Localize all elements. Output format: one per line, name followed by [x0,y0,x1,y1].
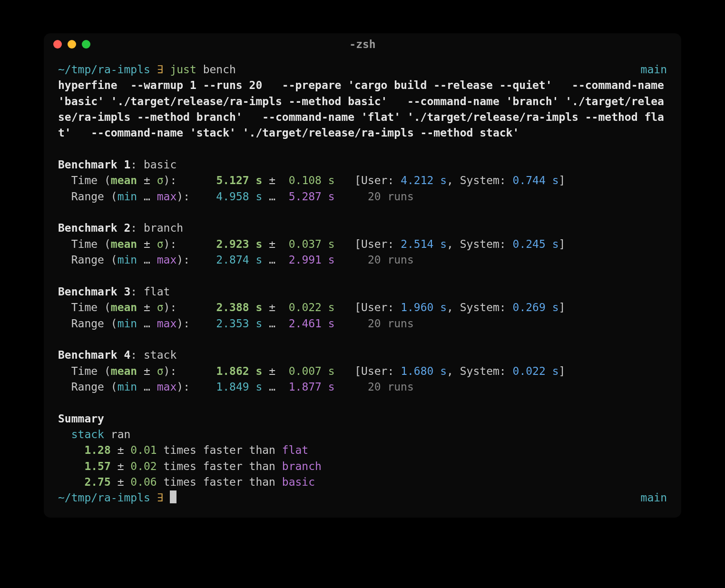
benchmark-time: Time (mean ± σ): 2.388 s ± 0.022 s [User… [58,300,667,315]
benchmark-range: Range (min … max): 2.874 s … 2.991 s 20 … [58,252,667,268]
summary-row: 2.75 ± 0.06 times faster than basic [58,474,667,490]
benchmark-time: Time (mean ± σ): 1.862 s ± 0.007 s [User… [58,363,667,379]
summary-row: 1.57 ± 0.02 times faster than branch [58,459,667,474]
prompt-cwd: ~/tmp/ra-impls [58,491,150,504]
blank-line [58,332,667,347]
minimize-icon[interactable] [68,40,76,49]
benchmark-range: Range (min … max): 4.958 s … 5.287 s 20 … [58,189,667,205]
prompt-symbol: ∃ [150,491,170,504]
cursor-icon [170,490,176,503]
echoed-command: hyperfine --warmup 1 --runs 20 --prepare… [58,78,667,141]
blank-line [58,268,667,284]
maximize-icon[interactable] [82,40,90,49]
benchmark-time: Time (mean ± σ): 5.127 s ± 0.108 s [User… [58,173,667,188]
summary-ran-text: ran [104,428,130,441]
summary-winner: stack [71,428,104,441]
window-title: -zsh [349,38,375,50]
window-controls [53,40,90,49]
prompt-command: just [170,63,196,76]
prompt-args: bench [196,63,236,76]
git-branch: main [641,62,667,78]
terminal-content[interactable]: ~/tmp/ra-impls ∃ just benchmainhyperfine… [44,55,681,518]
close-icon[interactable] [53,40,62,49]
benchmark-range: Range (min … max): 1.849 s … 1.877 s 20 … [58,379,667,395]
prompt-symbol: ∃ [150,63,170,76]
blank-line [58,395,667,411]
benchmark-header: Benchmark 2: branch [58,220,667,236]
prompt-line-tail: ~/tmp/ra-impls ∃ main [58,490,667,506]
summary-heading: Summary [58,411,667,427]
prompt-cwd: ~/tmp/ra-impls [58,63,150,76]
terminal-window: -zsh ~/tmp/ra-impls ∃ just benchmainhype… [44,33,681,518]
blank-line [58,205,667,220]
summary-winner-line: stack ran [58,427,667,442]
benchmark-header: Benchmark 3: flat [58,284,667,300]
titlebar: -zsh [44,33,681,55]
blank-line [58,141,667,157]
summary-row: 1.28 ± 0.01 times faster than flat [58,442,667,458]
benchmark-header: Benchmark 1: basic [58,157,667,173]
benchmark-header: Benchmark 4: stack [58,347,667,363]
prompt-line: ~/tmp/ra-impls ∃ just benchmain [58,62,667,78]
benchmark-range: Range (min … max): 2.353 s … 2.461 s 20 … [58,316,667,332]
benchmark-time: Time (mean ± σ): 2.923 s ± 0.037 s [User… [58,236,667,252]
git-branch: main [641,490,667,506]
